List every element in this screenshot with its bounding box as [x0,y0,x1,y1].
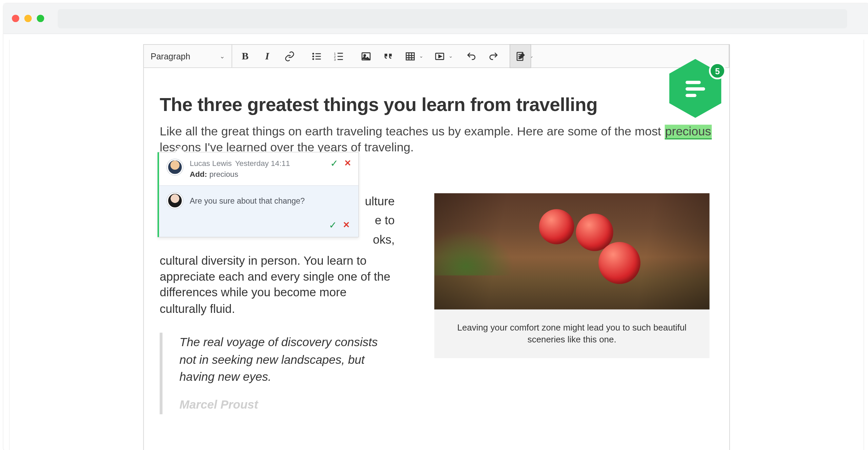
svg-rect-1 [315,53,321,54]
svg-rect-9 [337,56,343,57]
intro-paragraph: Like all the great things on earth trave… [160,124,713,156]
reject-suggestion-button[interactable]: ✕ [342,158,353,168]
window-minimize-button[interactable] [24,15,32,22]
heading-dropdown[interactable]: Paragraph ⌄ [144,45,232,68]
svg-rect-5 [315,58,321,59]
suggestion-entry: Lucas Lewis Yesterday 14:11 Add:precious… [159,152,358,185]
quote-author: Marcel Proust [179,397,395,413]
redo-icon [488,51,499,61]
figure: Leaving your comfort zone might lead you… [434,193,710,414]
document-title: The three greatest things you learn from… [160,94,713,115]
italic-button[interactable]: I [256,44,278,68]
list-icon [682,75,708,101]
numbered-list-button[interactable]: 123 [328,44,349,68]
window-maximize-button[interactable] [37,15,44,22]
table-button[interactable] [399,44,420,68]
tracked-insertion[interactable]: precious [665,125,712,139]
svg-text:3: 3 [334,58,335,61]
quote-text: The real voyage of discovery consists no… [179,334,395,386]
numbered-list-icon: 123 [333,51,344,61]
editor-document[interactable]: The three greatest things you learn from… [143,68,730,450]
suggestion-popover: Lucas Lewis Yesterday 14:11 Add:precious… [157,152,359,238]
reply-text: Are you sure about that change? [190,196,304,205]
browser-titlebar [3,3,868,34]
redo-button[interactable] [482,44,504,68]
svg-rect-24 [686,81,701,84]
svg-point-4 [312,58,314,60]
media-icon [434,51,445,61]
figure-caption: Leaving your comfort zone might lead you… [434,309,710,358]
table-icon [405,51,415,61]
body-paragraph: cultural diversity in person. You learn … [160,252,395,317]
svg-point-0 [312,53,314,54]
bold-button[interactable]: B [234,44,256,68]
blockquote: The real voyage of discovery consists no… [160,333,395,414]
page-content: Paragraph ⌄ B I 123 [3,40,868,450]
undo-icon [466,51,477,61]
svg-rect-25 [686,87,705,91]
avatar [167,159,183,175]
chevron-down-icon: ⌄ [220,52,225,60]
svg-point-2 [312,55,314,57]
address-bar[interactable] [58,9,847,28]
accept-suggestion-button[interactable]: ✓ [329,158,339,168]
browser-window: Paragraph ⌄ B I 123 [3,3,868,450]
figure-image[interactable] [434,193,710,309]
svg-rect-7 [337,53,343,54]
undo-button[interactable] [460,44,482,68]
svg-rect-26 [686,94,696,97]
blockquote-button[interactable] [377,44,398,68]
quote-icon [382,51,393,61]
bulleted-list-button[interactable] [306,44,327,68]
heading-dropdown-label: Paragraph [151,51,190,61]
submit-reply-button[interactable]: ✓ [328,220,338,230]
link-button[interactable] [279,44,300,68]
suggestion-meta: Lucas Lewis Yesterday 14:11 [190,159,352,168]
window-close-button[interactable] [12,15,19,22]
comments-count-badge: 5 [709,62,726,79]
media-button[interactable] [429,44,450,68]
editor-toolbar: Paragraph ⌄ B I 123 [143,44,730,68]
image-button[interactable] [355,44,376,68]
track-changes-button[interactable] [510,44,531,68]
comments-summary-button[interactable]: 5 [669,59,722,118]
track-changes-icon [515,51,526,61]
suggestion-action: Add:precious [190,170,352,179]
bulleted-list-icon [311,51,322,61]
svg-rect-11 [337,59,343,60]
svg-rect-14 [406,53,414,60]
rich-text-editor: Paragraph ⌄ B I 123 [143,40,730,450]
svg-rect-3 [315,56,321,57]
link-icon [284,51,295,61]
svg-point-13 [363,54,365,56]
image-icon [360,51,371,61]
avatar [167,193,183,209]
suggestion-reply[interactable]: Are you sure about that change? ✓ ✕ [159,185,358,237]
cancel-reply-button[interactable]: ✕ [341,220,352,230]
